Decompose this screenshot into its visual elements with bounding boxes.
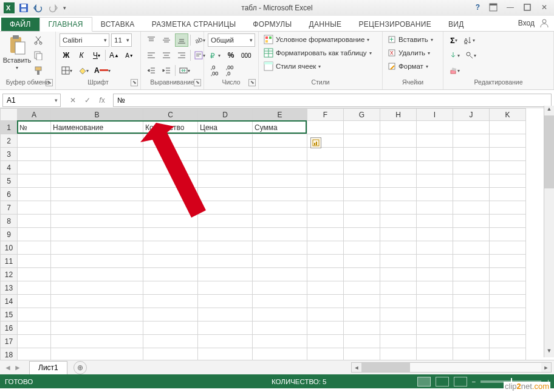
row-header[interactable]: 9 (1, 228, 18, 241)
fx-icon[interactable]: fx (95, 96, 109, 105)
row-header[interactable]: 11 (1, 255, 18, 268)
cell[interactable] (417, 241, 453, 255)
percent-format-icon[interactable]: % (224, 49, 238, 62)
cell[interactable] (344, 174, 380, 188)
tab-insert[interactable]: ВСТАВКА (92, 18, 143, 31)
col-header[interactable]: J (453, 109, 490, 121)
cell[interactable] (253, 308, 307, 322)
cell[interactable] (490, 201, 526, 215)
cell[interactable] (18, 148, 51, 161)
cell[interactable] (417, 134, 453, 148)
font-color-icon[interactable]: A (92, 64, 112, 77)
cell[interactable] (453, 241, 490, 255)
horizontal-scrollbar[interactable]: ◄► (351, 362, 552, 373)
cell[interactable] (490, 188, 526, 201)
cell[interactable] (143, 228, 198, 241)
cell[interactable] (417, 121, 453, 134)
cell[interactable] (198, 268, 253, 281)
cell[interactable] (51, 308, 143, 322)
cell[interactable] (380, 148, 417, 161)
find-select-icon[interactable] (463, 49, 478, 62)
shrink-font-icon[interactable]: A▼ (123, 49, 136, 62)
cell[interactable] (18, 241, 51, 255)
cell[interactable] (143, 188, 198, 201)
col-header[interactable]: C (143, 109, 198, 121)
cell[interactable] (51, 188, 143, 201)
cell[interactable] (380, 241, 417, 255)
cell[interactable] (198, 308, 253, 322)
align-left-icon[interactable] (145, 49, 158, 62)
cell[interactable] (253, 281, 307, 295)
cell[interactable] (307, 121, 344, 134)
cells-delete-button[interactable]: x Удалить (386, 47, 434, 59)
cell[interactable] (253, 295, 307, 308)
cell[interactable] (307, 308, 344, 322)
cell[interactable] (417, 215, 453, 228)
cell[interactable] (18, 188, 51, 201)
cell[interactable] (490, 255, 526, 268)
paste-button[interactable]: Вставить ▾ (4, 33, 30, 74)
cell[interactable] (198, 322, 253, 335)
cell[interactable]: № (18, 121, 51, 134)
cell[interactable] (18, 215, 51, 228)
cell[interactable] (380, 335, 417, 348)
cell[interactable] (344, 281, 380, 295)
cell[interactable] (198, 161, 253, 174)
cell[interactable] (490, 322, 526, 335)
cell[interactable] (51, 268, 143, 281)
cell[interactable] (344, 228, 380, 241)
tab-review[interactable]: РЕЦЕНЗИРОВАНИЕ (350, 18, 440, 31)
cell[interactable] (198, 148, 253, 161)
col-header[interactable]: G (344, 109, 380, 121)
align-right-icon[interactable] (175, 49, 188, 62)
row-header[interactable]: 6 (1, 188, 18, 201)
cell[interactable] (198, 215, 253, 228)
cell[interactable] (253, 241, 307, 255)
cell[interactable] (490, 148, 526, 161)
cell[interactable] (253, 174, 307, 188)
cell[interactable] (198, 201, 253, 215)
cell[interactable] (380, 215, 417, 228)
cell[interactable] (490, 281, 526, 295)
align-top-icon[interactable] (145, 33, 158, 47)
cell[interactable] (143, 134, 198, 148)
undo-icon[interactable] (32, 1, 45, 15)
cell[interactable] (307, 255, 344, 268)
cell[interactable] (490, 295, 526, 308)
cell[interactable] (490, 161, 526, 174)
name-box[interactable]: A1 (2, 94, 61, 107)
cell[interactable] (453, 161, 490, 174)
font-dialog-icon[interactable]: ⬊ (131, 79, 138, 86)
sheet-nav-prev-icon[interactable]: ◄ (4, 363, 12, 372)
cell[interactable] (18, 322, 51, 335)
cell[interactable] (51, 335, 143, 348)
cell[interactable] (143, 241, 198, 255)
cell[interactable] (198, 295, 253, 308)
cell[interactable]: Количество (143, 121, 198, 134)
cell[interactable] (417, 188, 453, 201)
cell[interactable] (453, 121, 490, 134)
cell[interactable] (51, 174, 143, 188)
cell[interactable] (307, 188, 344, 201)
cell[interactable] (453, 322, 490, 335)
ribbon-display-icon[interactable] (486, 1, 501, 13)
accounting-format-icon[interactable]: ₽ (208, 49, 222, 62)
row-header[interactable]: 7 (1, 201, 18, 215)
cell[interactable] (417, 335, 453, 348)
login-label[interactable]: Вход (518, 19, 535, 27)
cell[interactable] (307, 174, 344, 188)
cell[interactable] (417, 295, 453, 308)
cell[interactable] (344, 148, 380, 161)
cell[interactable] (453, 255, 490, 268)
cell[interactable] (253, 161, 307, 174)
view-pagelayout-icon[interactable] (436, 377, 449, 387)
cell[interactable] (51, 148, 143, 161)
cell[interactable] (18, 201, 51, 215)
tab-file[interactable]: ФАЙЛ (1, 18, 39, 31)
cell[interactable] (453, 215, 490, 228)
cell[interactable] (307, 228, 344, 241)
bold-button[interactable]: Ж (60, 49, 73, 62)
cell[interactable] (490, 215, 526, 228)
cell[interactable] (18, 308, 51, 322)
cell[interactable] (380, 268, 417, 281)
